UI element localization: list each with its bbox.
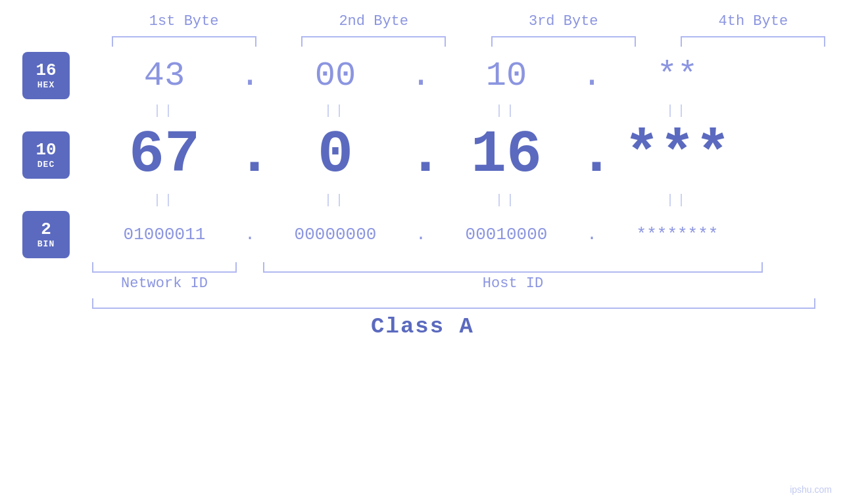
- hex-dot-3: .: [579, 57, 605, 95]
- equals-row-1: || || || ||: [0, 99, 845, 122]
- byte3-header: 3rd Byte: [491, 13, 636, 30]
- dec-val-1: 67: [92, 122, 237, 189]
- dec-val-2: 0: [263, 122, 408, 189]
- class-label: Class A: [371, 314, 474, 339]
- hex-row: 16 HEX 43 . 00 . 10 . **: [0, 52, 845, 99]
- bracket-top-1: [112, 36, 256, 47]
- bin-dot-2: .: [408, 225, 434, 244]
- dec-val-4: ***: [605, 122, 750, 189]
- class-label-row: Class A: [0, 314, 845, 339]
- bottom-brackets-area: [0, 262, 845, 273]
- hex-val-2: 00: [263, 57, 408, 95]
- dec-row: 10 DEC 67 . 0 . 16 . ***: [0, 122, 845, 189]
- hex-badge-col: 16 HEX: [0, 52, 92, 99]
- main-container: 1st Byte 2nd Byte 3rd Byte 4th Byte 16 H…: [0, 0, 845, 504]
- bin-val-1: 01000011: [92, 225, 237, 244]
- equals-row-2: || || || ||: [0, 189, 845, 211]
- bin-badge-label: BIN: [37, 239, 55, 249]
- dec-badge-label: DEC: [37, 160, 55, 170]
- bin-dot-1: .: [237, 225, 263, 244]
- hex-val-3: 10: [434, 57, 579, 95]
- bin-val-4: ********: [605, 225, 750, 244]
- dec-dot-2: .: [408, 122, 434, 189]
- host-id-label: Host ID: [263, 275, 763, 292]
- dec-badge: 10 DEC: [22, 131, 70, 179]
- dec-dot-1: .: [237, 122, 263, 189]
- id-labels: Network ID Host ID: [0, 275, 845, 292]
- bin-row: 2 BIN 01000011 . 00000000 . 00010000 . *…: [0, 211, 845, 258]
- dec-val-3: 16: [434, 122, 579, 189]
- bracket-top-3: [491, 36, 636, 47]
- equals-2-4: ||: [666, 193, 688, 208]
- byte2-header: 2nd Byte: [301, 13, 446, 30]
- hex-val-1: 43: [92, 57, 237, 95]
- bin-badge-num: 2: [41, 220, 51, 239]
- equals-1-1: ||: [153, 103, 176, 118]
- equals-2-2: ||: [324, 193, 347, 208]
- bin-val-2: 00000000: [263, 225, 408, 244]
- bracket-bottom-network: [92, 262, 237, 273]
- equals-1-2: ||: [324, 103, 347, 118]
- dec-badge-num: 10: [36, 141, 56, 160]
- bin-badge: 2 BIN: [22, 211, 70, 258]
- network-id-label: Network ID: [92, 275, 237, 292]
- equals-1-3: ||: [495, 103, 518, 118]
- bracket-top-4: [681, 36, 825, 47]
- bracket-top-2: [301, 36, 446, 47]
- equals-2-1: ||: [153, 193, 176, 208]
- bin-val-3: 00010000: [434, 225, 579, 244]
- watermark: ipshu.com: [790, 484, 832, 495]
- bracket-bottom-host: [263, 262, 763, 273]
- hex-badge: 16 HEX: [22, 52, 70, 99]
- dec-badge-col: 10 DEC: [0, 131, 92, 179]
- equals-2-3: ||: [495, 193, 518, 208]
- hex-badge-label: HEX: [37, 80, 55, 90]
- bin-dot-3: .: [579, 225, 605, 244]
- hex-val-4: **: [605, 57, 750, 95]
- dec-dot-3: .: [579, 122, 605, 189]
- bin-badge-col: 2 BIN: [0, 211, 92, 258]
- hex-dot-2: .: [408, 57, 434, 95]
- hex-dot-1: .: [237, 57, 263, 95]
- equals-1-4: ||: [666, 103, 688, 118]
- byte4-header: 4th Byte: [681, 13, 825, 30]
- outer-bottom-bracket: [92, 298, 815, 309]
- hex-badge-num: 16: [36, 61, 56, 80]
- outer-bracket-row: [0, 298, 845, 309]
- byte1-header: 1st Byte: [112, 13, 256, 30]
